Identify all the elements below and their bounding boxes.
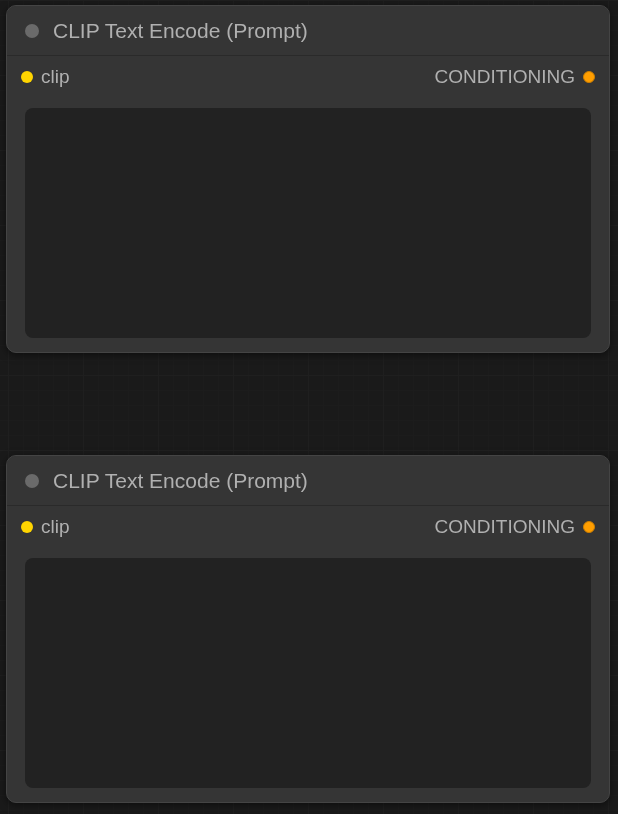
output-port-label: CONDITIONING — [435, 66, 575, 88]
prompt-text-input[interactable] — [25, 558, 591, 788]
input-port-label: clip — [41, 66, 70, 88]
node-ports-row: clip CONDITIONING — [7, 506, 609, 548]
node-title: CLIP Text Encode (Prompt) — [53, 469, 308, 493]
collapse-toggle-icon[interactable] — [25, 474, 39, 488]
node-header[interactable]: CLIP Text Encode (Prompt) — [7, 456, 609, 506]
node-title: CLIP Text Encode (Prompt) — [53, 19, 308, 43]
node-body — [7, 548, 609, 803]
output-port-label: CONDITIONING — [435, 516, 575, 538]
input-port-clip[interactable]: clip — [21, 516, 70, 538]
node-clip-text-encode-2[interactable]: CLIP Text Encode (Prompt) clip CONDITION… — [6, 455, 610, 803]
port-dot-input-icon[interactable] — [21, 71, 33, 83]
node-ports-row: clip CONDITIONING — [7, 56, 609, 98]
input-port-clip[interactable]: clip — [21, 66, 70, 88]
node-clip-text-encode-1[interactable]: CLIP Text Encode (Prompt) clip CONDITION… — [6, 5, 610, 353]
node-header[interactable]: CLIP Text Encode (Prompt) — [7, 6, 609, 56]
node-body — [7, 98, 609, 353]
input-port-label: clip — [41, 516, 70, 538]
collapse-toggle-icon[interactable] — [25, 24, 39, 38]
output-port-conditioning[interactable]: CONDITIONING — [435, 66, 595, 88]
port-dot-output-icon[interactable] — [583, 521, 595, 533]
prompt-text-input[interactable] — [25, 108, 591, 338]
port-dot-input-icon[interactable] — [21, 521, 33, 533]
output-port-conditioning[interactable]: CONDITIONING — [435, 516, 595, 538]
port-dot-output-icon[interactable] — [583, 71, 595, 83]
